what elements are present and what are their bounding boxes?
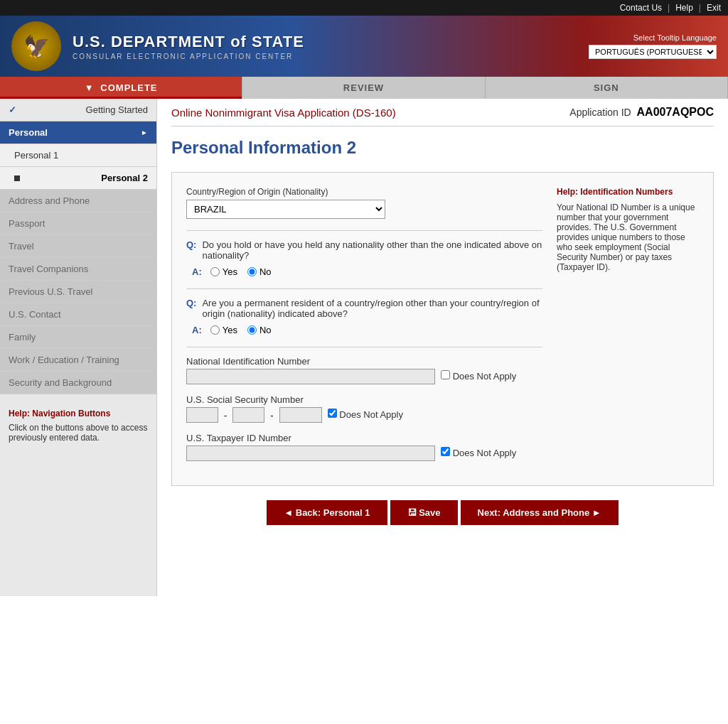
sidebar-personal2-label: Personal 2	[101, 173, 148, 183]
help-id-title: Help: Identification Numbers	[557, 187, 699, 197]
taxpayer-input[interactable]	[186, 445, 435, 461]
sidebar-us-contact-label: U.S. Contact	[9, 309, 61, 320]
sidebar-item-personal2[interactable]: Personal 2	[0, 167, 156, 190]
app-id-value: AA007AQPOC	[637, 106, 714, 118]
bottom-nav: ◄ Back: Personal 1 🖫 Save Next: Address …	[171, 500, 714, 525]
sidebar: ✓ Getting Started Personal ► Personal 1 …	[0, 99, 157, 596]
taxpayer-label: U.S. Taxpayer ID Number	[186, 433, 542, 443]
q1-yes-radio[interactable]	[210, 267, 220, 276]
separator2: |	[699, 3, 701, 13]
taxpayer-dna-label: Does Not Apply	[441, 447, 516, 458]
sidebar-item-travel[interactable]: Travel	[0, 235, 156, 258]
sidebar-family-label: Family	[9, 332, 36, 342]
header: 🦅 U.S. DEPARTMENT of STATE CONSULAR ELEC…	[0, 16, 728, 77]
q1-no-radio[interactable]	[247, 267, 257, 276]
q2-no-radio[interactable]	[247, 325, 257, 335]
app-id-label: Application ID	[569, 107, 631, 118]
sidebar-item-personal1[interactable]: Personal 1	[0, 144, 156, 167]
page-title: Personal Information 2	[171, 138, 714, 158]
sidebar-item-getting-started[interactable]: ✓ Getting Started	[0, 99, 156, 121]
tab-sign-label: SIGN	[594, 82, 619, 93]
tab-review[interactable]: REVIEW	[242, 77, 485, 99]
save-button[interactable]: 🖫 Save	[390, 500, 458, 525]
taxpayer-dna-text: Does Not Apply	[453, 448, 517, 458]
ssn-input-2[interactable]	[232, 407, 264, 423]
nat-id-dna-text: Does Not Apply	[453, 371, 517, 382]
help-id-label: Identification Numbers	[580, 187, 673, 197]
tab-sign[interactable]: SIGN	[486, 77, 728, 99]
ssn-row: - - Does Not Apply	[186, 407, 542, 423]
ssn-input-3[interactable]	[279, 407, 322, 423]
app-id-bar: Online Nonimmigrant Visa Application (DS…	[171, 99, 714, 126]
department-subtitle: CONSULAR ELECTRONIC APPLICATION CENTER	[73, 53, 577, 60]
q1-yes-label: Yes	[223, 266, 237, 277]
exit-link[interactable]: Exit	[707, 3, 721, 13]
sidebar-item-previous-travel[interactable]: Previous U.S. Travel	[0, 281, 156, 303]
tab-complete[interactable]: ▼ COMPLETE	[0, 77, 242, 99]
sidebar-help-title: Help: Navigation Buttons	[9, 409, 148, 418]
ssn-dna-label: Does Not Apply	[328, 409, 403, 420]
sidebar-item-personal[interactable]: Personal ►	[0, 121, 156, 144]
getting-started-check: ✓	[9, 104, 16, 115]
next-button[interactable]: Next: Address and Phone ►	[461, 500, 619, 525]
taxpayer-row: Does Not Apply	[186, 445, 542, 461]
back-button[interactable]: ◄ Back: Personal 1	[267, 500, 387, 525]
help-red-id: Help:	[557, 187, 578, 197]
ssn-dna-checkbox[interactable]	[328, 409, 337, 418]
sidebar-item-family[interactable]: Family	[0, 326, 156, 349]
separator1: |	[668, 3, 670, 13]
seal-icon: 🦅	[23, 34, 50, 59]
sidebar-passport-label: Passport	[9, 218, 45, 229]
nat-id-dna-checkbox[interactable]	[441, 370, 450, 379]
sidebar-item-address[interactable]: Address and Phone	[0, 190, 156, 212]
tooltip-language-label: Select Tooltip Language	[633, 33, 717, 42]
help-id-text: Your National ID Number is a unique numb…	[557, 202, 699, 272]
a1-label: A:	[192, 266, 202, 277]
department-name: U.S. DEPARTMENT of STATE	[73, 33, 577, 51]
q2-yes-radio[interactable]	[210, 325, 220, 335]
active-square-icon	[14, 175, 20, 181]
sidebar-security-label: Security and Background	[9, 377, 112, 388]
content-area: Online Nonimmigrant Visa Application (DS…	[157, 99, 728, 596]
tab-review-label: REVIEW	[343, 82, 384, 93]
ssn-group: U.S. Social Security Number - - Does Not…	[186, 394, 542, 423]
taxpayer-dna-checkbox[interactable]	[441, 447, 450, 456]
app-title: Online Nonimmigrant Visa Application (DS…	[171, 107, 396, 119]
sidebar-personal-label: Personal	[9, 127, 48, 138]
sidebar-work-education-label: Work / Education / Training	[9, 355, 119, 365]
ssn-input-1[interactable]	[186, 407, 218, 423]
sidebar-item-work-education[interactable]: Work / Education / Training	[0, 349, 156, 372]
sidebar-arrow-icon: ►	[141, 129, 148, 136]
language-select[interactable]: PORTUGUÊS (PORTUGUESE)	[589, 45, 717, 59]
sidebar-item-travel-companions[interactable]: Travel Companions	[0, 258, 156, 281]
sidebar-item-passport[interactable]: Passport	[0, 212, 156, 235]
sidebar-item-us-contact[interactable]: U.S. Contact	[0, 303, 156, 326]
main-form-area: Country/Region of Origin (Nationality) B…	[186, 187, 699, 471]
sidebar-item-security[interactable]: Security and Background	[0, 372, 156, 394]
sidebar-previous-travel-label: Previous U.S. Travel	[9, 286, 93, 297]
q1-block: Q: Do you hold or have you held any nati…	[186, 239, 542, 277]
ssn-dash1: -	[224, 410, 227, 421]
nav-tabs: ▼ COMPLETE REVIEW SIGN	[0, 77, 728, 99]
sidebar-help-text: Click on the buttons above to access pre…	[9, 423, 148, 443]
sidebar-travel-label: Travel	[9, 241, 34, 252]
contact-us-link[interactable]: Contact Us	[620, 3, 662, 13]
national-id-group: National Identification Number Does Not …	[186, 356, 542, 384]
country-select[interactable]: BRAZIL	[186, 200, 385, 219]
taxpayer-group: U.S. Taxpayer ID Number Does Not Apply	[186, 433, 542, 461]
header-title: U.S. DEPARTMENT of STATE CONSULAR ELECTR…	[73, 33, 577, 60]
nat-id-dna-label: Does Not Apply	[441, 370, 516, 382]
divider3	[186, 347, 542, 347]
tab-complete-label: COMPLETE	[100, 82, 157, 93]
sidebar-getting-started-label: Getting Started	[86, 104, 148, 115]
sidebar-personal1-label: Personal 1	[14, 150, 58, 161]
app-id: Application ID AA007AQPOC	[569, 106, 714, 119]
ssn-dna-text: Does Not Apply	[339, 409, 403, 420]
sidebar-address-label: Address and Phone	[9, 195, 90, 206]
q1-q-label: Q:	[186, 239, 196, 250]
sidebar-help-nav-label: Navigation Buttons	[32, 409, 110, 418]
a2-label: A:	[192, 325, 202, 335]
tab-arrow: ▼	[85, 82, 95, 93]
help-link[interactable]: Help	[675, 3, 693, 13]
national-id-input[interactable]	[186, 369, 435, 384]
